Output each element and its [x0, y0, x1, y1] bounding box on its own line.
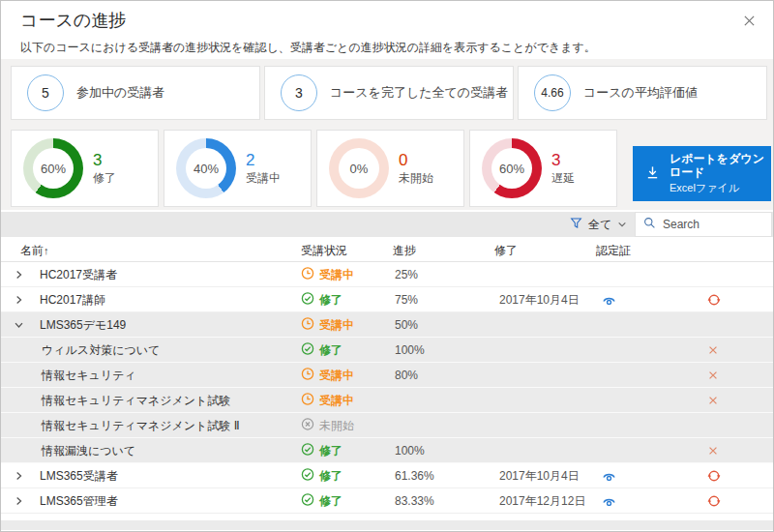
status-label: 修了	[319, 467, 342, 484]
status-cell: 未開始	[301, 417, 354, 433]
download-button-sublabel: Excelファイル	[670, 181, 766, 195]
chevron-right-icon[interactable]	[14, 495, 24, 506]
status-label: 修了	[319, 291, 342, 308]
check-circle-icon	[301, 492, 314, 509]
donut-label: 遅延	[551, 170, 575, 187]
chevron-right-icon[interactable]	[14, 269, 24, 280]
status-cell: 修了	[301, 291, 342, 308]
donut-percent: 40%	[194, 162, 219, 176]
status-cell: 受講中	[301, 266, 354, 282]
sync-icon[interactable]	[707, 293, 721, 307]
stat-label: コースを完了した全ての受講者	[330, 84, 508, 102]
course-name: HC2017講師	[40, 291, 105, 308]
search-icon	[636, 216, 656, 233]
stat-label: 参加中の受講者	[76, 84, 164, 102]
column-header-completed[interactable]: 修了	[494, 243, 518, 259]
clock-icon	[301, 266, 314, 282]
completed-date: 2017年10月4日	[499, 467, 580, 484]
clock-icon	[301, 392, 314, 408]
sync-icon[interactable]	[707, 494, 721, 508]
chevron-right-icon[interactable]	[14, 294, 24, 305]
column-header-name[interactable]: 名前↑	[20, 243, 49, 259]
close-icon[interactable]	[740, 12, 758, 29]
chevron-right-icon[interactable]	[14, 470, 24, 481]
course-name: HC2017受講者	[40, 266, 117, 282]
completed-date: 2017年10月4日	[499, 291, 580, 308]
donut-card-in-progress: 40% 2 受講中	[164, 130, 312, 207]
certificate-eye-icon[interactable]	[602, 494, 616, 507]
stat-value-circle: 5	[27, 74, 64, 111]
progress-value: 83.33%	[395, 494, 434, 508]
table-row[interactable]: 情報セキュリティマネジメント試験受講中	[1, 388, 773, 413]
table-body: HC2017受講者受講中25%HC2017講師修了75%2017年10月4日LM…	[1, 262, 773, 514]
filter-bar: 全て	[1, 212, 773, 237]
column-header-status[interactable]: 受講状況	[301, 243, 347, 259]
donut-label: 修了	[93, 170, 116, 187]
download-report-button[interactable]: レポートをダウンロード Excelファイル	[633, 146, 771, 201]
donut-card-delayed: 60% 3 遅延	[469, 130, 617, 207]
course-name: LMS365デモ149	[40, 316, 126, 333]
progress-value: 100%	[395, 343, 425, 357]
filter-dropdown[interactable]: 全て	[570, 212, 627, 237]
table-row[interactable]: 情報セキュリティマネジメント試験 Ⅱ未開始	[1, 413, 773, 438]
status-cell: 受講中	[301, 316, 354, 333]
remove-icon[interactable]	[707, 344, 719, 356]
search-input[interactable]	[663, 218, 759, 231]
status-cell: 修了	[301, 467, 342, 484]
table-row[interactable]: LMS365管理者修了83.33%2017年12月12日	[1, 488, 773, 514]
sync-icon[interactable]	[707, 469, 721, 483]
download-button-label: レポートをダウンロード	[670, 152, 766, 179]
table-row[interactable]: ウィルス対策について修了100%	[1, 338, 773, 363]
stat-card-enrolled: 5 参加中の受講者	[11, 66, 260, 120]
progress-value: 61.36%	[395, 469, 434, 483]
stat-card-completed-all: 3 コースを完了した全ての受講者	[264, 66, 514, 120]
donut-chart: 0%	[329, 138, 389, 198]
table-row[interactable]: 情報漏洩について修了100%	[1, 438, 773, 463]
table-row[interactable]: HC2017受講者受講中25%	[1, 262, 773, 287]
sort-ascending-icon: ↑	[44, 245, 49, 256]
check-circle-icon	[301, 467, 314, 484]
status-label: 未開始	[319, 417, 354, 433]
status-label: 修了	[319, 492, 342, 509]
status-label: 受講中	[319, 266, 354, 282]
status-cell: 受講中	[301, 367, 354, 383]
course-name: 情報セキュリティマネジメント試験 Ⅱ	[42, 417, 240, 433]
donut-percent: 0%	[350, 162, 369, 176]
status-label: 受講中	[319, 367, 354, 383]
column-header-progress[interactable]: 進捗	[393, 243, 416, 259]
progress-value: 100%	[395, 444, 425, 458]
remove-icon[interactable]	[707, 369, 719, 381]
column-header-certificate[interactable]: 認定証	[596, 243, 631, 259]
table-row[interactable]: HC2017講師修了75%2017年10月4日	[1, 287, 773, 312]
status-cell: 修了	[301, 492, 342, 509]
remove-icon[interactable]	[707, 445, 719, 457]
table-row[interactable]: 情報セキュリティ受講中80%	[1, 363, 773, 388]
table-header: 名前↑ 受講状況 進捗 修了 認定証	[1, 237, 773, 262]
page-title: コースの進捗	[20, 9, 126, 32]
donut-count: 2	[246, 151, 281, 169]
clock-icon	[301, 316, 314, 333]
stat-value-circle: 3	[281, 74, 317, 111]
donut-count: 0	[399, 151, 433, 169]
chevron-down-icon[interactable]	[14, 319, 24, 330]
partial-next-row	[1, 520, 773, 530]
completed-date: 2017年12月12日	[499, 492, 585, 509]
check-circle-icon	[301, 442, 314, 458]
table-row[interactable]: LMS365デモ149受講中50%	[1, 312, 773, 338]
donut-label: 受講中	[246, 170, 281, 187]
certificate-eye-icon[interactable]	[602, 293, 616, 306]
course-name: 情報セキュリティ	[42, 367, 136, 383]
donut-percent: 60%	[41, 162, 66, 176]
remove-icon[interactable]	[707, 395, 719, 406]
donut-count: 3	[93, 151, 116, 169]
donut-chart: 60%	[23, 138, 83, 198]
progress-value: 25%	[395, 268, 418, 281]
donut-chart: 60%	[482, 138, 542, 198]
status-cell: 修了	[301, 341, 342, 358]
status-cell: 修了	[301, 442, 342, 458]
certificate-eye-icon[interactable]	[602, 469, 616, 482]
donut-card-not-started: 0% 0 未開始	[316, 130, 464, 207]
course-progress-dialog: コースの進捗 以下のコースにおける受講者の進捗状況を確認し、受講者ごとの進捗状況…	[0, 0, 774, 532]
filter-funnel-icon	[570, 216, 582, 233]
table-row[interactable]: LMS365受講者修了61.36%2017年10月4日	[1, 463, 773, 488]
